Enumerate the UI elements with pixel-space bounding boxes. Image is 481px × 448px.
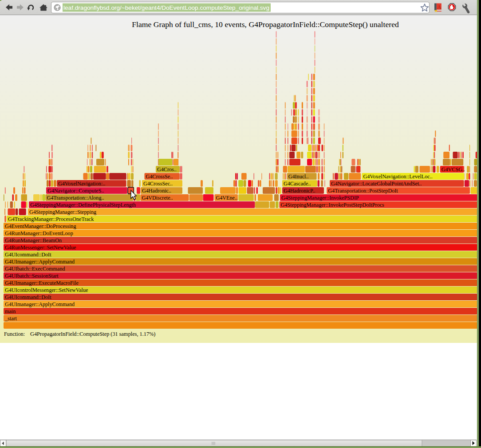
svg-text:G4Inucl..: G4Inucl.. — [288, 173, 309, 180]
svg-text:G4RunManager::BeamOn: G4RunManager::BeamOn — [5, 237, 62, 244]
svg-text:G4UIbatch::SessionStart: G4UIbatch::SessionStart — [5, 273, 59, 279]
svg-text:G4VCSG..: G4VCSG.. — [442, 166, 465, 173]
svg-text:A: A — [438, 4, 442, 10]
svg-text:G4Transportation::PostStepDoIt: G4Transportation::PostStepDoIt — [328, 188, 398, 194]
svg-text:G4UIcommand::DoIt: G4UIcommand::DoIt — [5, 252, 51, 258]
svg-text:G4UImanager::ApplyCommand: G4UImanager::ApplyCommand — [5, 301, 75, 307]
svg-text:G4UIcommand::DoIt: G4UIcommand::DoIt — [5, 294, 51, 300]
svg-text:G4RunMessenger::SetNewValue: G4RunMessenger::SetNewValue — [5, 244, 76, 251]
svg-text:G4HadronicP..: G4HadronicP.. — [284, 188, 315, 194]
svg-text:G4UIcontrolMessenger::SetNewVa: G4UIcontrolMessenger::SetNewValue — [5, 287, 88, 293]
svg-text:G4VoxelNavigation::LevelLoc..: G4VoxelNavigation::LevelLoc.. — [363, 173, 433, 180]
svg-text:main: main — [5, 308, 16, 314]
svg-text:G4UIbatch::ExecCommand: G4UIbatch::ExecCommand — [5, 266, 65, 272]
svg-text:G4SteppingManager::InvokePSDIP: G4SteppingManager::InvokePSDIP — [281, 195, 359, 201]
svg-text:G4CrossSe..: G4CrossSe.. — [146, 173, 173, 180]
svg-text:G4SteppingManager::InvokePostS: G4SteppingManager::InvokePostStepDoItPro… — [281, 202, 385, 208]
svg-text:G4Transportation::Along..: G4Transportation::Along.. — [47, 195, 104, 201]
svg-text:G4UImanager::ExecuteMacroFile: G4UImanager::ExecuteMacroFile — [5, 280, 79, 286]
svg-text:G4SteppingManager::DefinePhysi: G4SteppingManager::DefinePhysicalStepLen… — [30, 202, 136, 208]
svg-text:leaf.dragonflybsd.org/~beket/g: leaf.dragonflybsd.org/~beket/geant4/DoEv… — [63, 4, 269, 11]
svg-text:G4VEne..: G4VEne.. — [216, 195, 238, 201]
svg-text:G4UImanager::ApplyCommand: G4UImanager::ApplyCommand — [5, 259, 75, 265]
svg-text:G4SteppingManager::Stepping: G4SteppingManager::Stepping — [29, 209, 96, 215]
svg-text:G4Cascade..: G4Cascade.. — [284, 181, 311, 187]
svg-text:G4RunManager::DoEventLoop: G4RunManager::DoEventLoop — [5, 230, 73, 236]
svg-text:_start: _start — [4, 315, 17, 322]
svg-text:G4Hadronic..: G4Hadronic.. — [142, 188, 171, 194]
svg-text:G4Cros..: G4Cros.. — [157, 166, 177, 173]
svg-text:G4CrossSec..: G4CrossSec.. — [143, 181, 173, 187]
svg-text:G4PropagatorInField::ComputeSt: G4PropagatorInField::ComputeStep (31 sam… — [30, 331, 155, 337]
svg-text:Function:: Function: — [4, 331, 25, 337]
svg-text:G4Navigator::ComputeS..: G4Navigator::ComputeS.. — [47, 188, 104, 194]
svg-text:G4VDiscrete..: G4VDiscrete.. — [142, 195, 173, 201]
svg-text:G4Navigator::LocateGlobalPoint: G4Navigator::LocateGlobalPointAndSet.. — [331, 181, 422, 187]
svg-text:Flame Graph of full_cms, 10 ev: Flame Graph of full_cms, 10 events, G4Pr… — [132, 20, 399, 29]
svg-text:G4VoxelNavigation:..: G4VoxelNavigation:.. — [58, 181, 105, 187]
svg-text:G4EventManager::DoProcessing: G4EventManager::DoProcessing — [5, 223, 76, 229]
svg-text:G4TrackingManager::ProcessOneT: G4TrackingManager::ProcessOneTrack — [8, 216, 94, 222]
